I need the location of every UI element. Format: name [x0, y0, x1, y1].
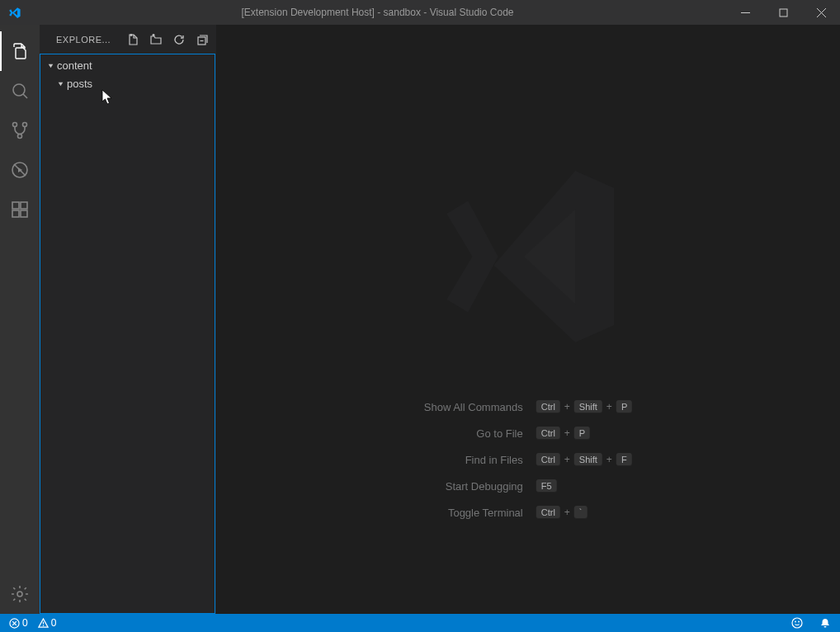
minimize-button[interactable] [726, 0, 764, 25]
vscode-watermark-icon [421, 149, 635, 366]
explorer-header: EXPLORE... [40, 25, 215, 54]
welcome-commands: Show All Commands Ctrl+ Shift+ P Go to F… [424, 400, 632, 519]
svg-point-2 [13, 123, 17, 127]
activity-settings[interactable] [0, 574, 40, 614]
app-icon [0, 6, 29, 20]
activity-source-control[interactable] [0, 111, 40, 150]
chevron-down-icon [44, 61, 57, 70]
chevron-down-icon [54, 79, 67, 88]
activity-bar [0, 25, 40, 614]
cmd-label: Find in Files [424, 454, 523, 466]
cmd-keys: Ctrl+ P [536, 427, 633, 440]
explorer-sidebar: EXPLORE... conte [40, 25, 216, 614]
svg-point-1 [13, 84, 25, 96]
cmd-label: Go to File [424, 427, 523, 440]
svg-point-3 [23, 123, 27, 127]
cmd-keys: F5 [536, 479, 633, 493]
cmd-keys: Ctrl+ Shift+ P [536, 400, 633, 413]
tree-item-content[interactable]: content [40, 56, 215, 74]
status-notifications[interactable] [817, 617, 833, 629]
status-warnings[interactable]: 0 [35, 617, 59, 629]
svg-point-10 [17, 592, 22, 597]
status-feedback[interactable] [789, 617, 805, 629]
editor-area: Show All Commands Ctrl+ Shift+ P Go to F… [216, 25, 840, 614]
activity-extensions[interactable] [0, 190, 40, 229]
svg-rect-9 [21, 202, 27, 209]
maximize-button[interactable] [764, 0, 802, 25]
svg-point-15 [795, 621, 796, 623]
tree-item-label: posts [67, 78, 92, 90]
tree-item-label: content [57, 59, 92, 72]
cmd-keys: Ctrl+ ` [536, 506, 633, 519]
cmd-label: Show All Commands [424, 401, 523, 413]
svg-point-14 [792, 618, 802, 628]
file-tree[interactable]: content posts [40, 54, 215, 614]
svg-rect-0 [780, 9, 787, 17]
svg-rect-7 [12, 210, 19, 217]
status-bar: 0 0 [0, 614, 840, 632]
svg-rect-6 [12, 202, 19, 209]
tree-item-posts[interactable]: posts [40, 74, 215, 92]
activity-debug[interactable] [0, 150, 40, 190]
window-title: [Extension Development Host] - sandbox -… [29, 7, 726, 18]
cmd-label: Toggle Terminal [424, 507, 523, 519]
explorer-title: EXPLORE... [56, 35, 126, 45]
cmd-keys: Ctrl+ Shift+ F [536, 453, 633, 466]
collapse-all-button[interactable] [196, 33, 209, 46]
svg-rect-8 [21, 210, 27, 217]
svg-point-13 [42, 625, 43, 625]
new-folder-button[interactable] [149, 33, 163, 46]
activity-search[interactable] [0, 71, 40, 111]
activity-explorer[interactable] [0, 31, 40, 71]
close-button[interactable] [802, 0, 840, 25]
new-file-button[interactable] [126, 33, 139, 46]
cmd-label: Start Debugging [424, 480, 523, 493]
titlebar[interactable]: [Extension Development Host] - sandbox -… [0, 0, 840, 25]
refresh-button[interactable] [172, 33, 186, 46]
status-errors[interactable]: 0 [7, 617, 31, 629]
svg-point-16 [798, 621, 800, 623]
